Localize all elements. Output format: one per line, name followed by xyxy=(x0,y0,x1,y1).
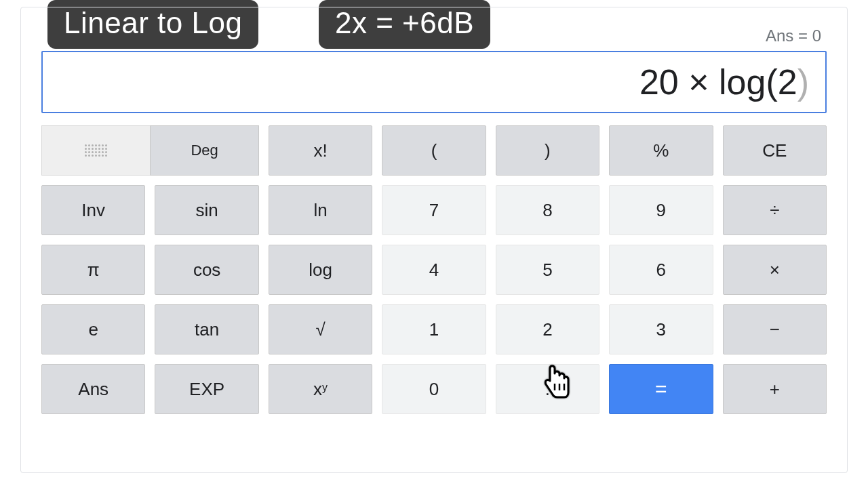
multiply-button[interactable]: × xyxy=(723,245,827,295)
digit-8-button[interactable]: 8 xyxy=(496,185,599,235)
digit-7-button[interactable]: 7 xyxy=(382,185,486,235)
lparen-button[interactable]: ( xyxy=(382,125,486,176)
plus-button[interactable]: + xyxy=(723,364,827,414)
digit-9-button[interactable]: 9 xyxy=(609,185,713,235)
digit-4-button[interactable]: 4 xyxy=(382,245,486,295)
equals-button[interactable]: = xyxy=(609,364,713,414)
tan-button[interactable]: tan xyxy=(155,304,258,354)
power-base: x xyxy=(313,379,322,400)
factorial-button[interactable]: x! xyxy=(269,125,372,176)
inv-button[interactable]: Inv xyxy=(41,185,145,235)
ans-button[interactable]: Ans xyxy=(41,364,145,414)
digit-2-button[interactable]: 2 xyxy=(496,304,599,354)
minus-button[interactable]: − xyxy=(723,304,827,354)
power-sup: y xyxy=(322,382,328,394)
sqrt-button[interactable]: √ xyxy=(269,304,372,354)
ln-button[interactable]: ln xyxy=(269,185,372,235)
calculator-card: Ans = 0 20 × log(2) Deg x! ( ) % CE Inv … xyxy=(20,7,848,473)
digit-5-button[interactable]: 5 xyxy=(496,245,599,295)
button-grid: Deg x! ( ) % CE Inv sin ln 7 8 9 ÷ π cos… xyxy=(41,125,827,414)
display-expression: 20 × log(2 xyxy=(639,62,797,102)
digit-0-button[interactable]: 0 xyxy=(382,364,486,414)
display-ghost-paren: ) xyxy=(797,62,809,102)
rad-dots-icon xyxy=(85,144,107,157)
rparen-button[interactable]: ) xyxy=(496,125,599,176)
cos-button[interactable]: cos xyxy=(155,245,258,295)
percent-button[interactable]: % xyxy=(609,125,713,176)
exp-button[interactable]: EXP xyxy=(155,364,258,414)
calculator-display[interactable]: 20 × log(2) xyxy=(41,51,827,113)
rad-deg-toggle[interactable]: Deg xyxy=(41,125,259,176)
rad-button[interactable] xyxy=(41,125,150,176)
digit-3-button[interactable]: 3 xyxy=(609,304,713,354)
decimal-button[interactable]: . xyxy=(496,364,599,414)
ce-button[interactable]: CE xyxy=(723,125,827,176)
digit-1-button[interactable]: 1 xyxy=(382,304,486,354)
deg-button[interactable]: Deg xyxy=(150,125,258,176)
e-button[interactable]: e xyxy=(41,304,145,354)
digit-6-button[interactable]: 6 xyxy=(609,245,713,295)
pi-button[interactable]: π xyxy=(41,245,145,295)
divide-button[interactable]: ÷ xyxy=(723,185,827,235)
sin-button[interactable]: sin xyxy=(155,185,258,235)
log-button[interactable]: log xyxy=(269,245,372,295)
answer-history: Ans = 0 xyxy=(41,26,827,45)
power-button[interactable]: xy xyxy=(269,364,372,414)
